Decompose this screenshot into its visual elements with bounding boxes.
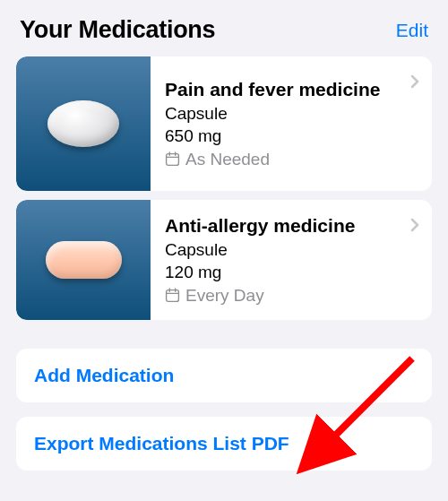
medication-form: Capsule: [165, 103, 423, 125]
medication-dose: 120 mg: [165, 262, 423, 284]
medication-info: Pain and fever medicine Capsule 650 mg A…: [151, 56, 432, 191]
header: Your Medications Edit: [0, 0, 448, 56]
page-title: Your Medications: [20, 16, 215, 44]
medication-dose: 650 mg: [165, 125, 423, 148]
medication-schedule-row: As Needed: [165, 150, 423, 169]
calendar-icon: [165, 151, 180, 167]
pill-image-box: [16, 56, 151, 191]
medications-list: Pain and fever medicine Capsule 650 mg A…: [0, 56, 448, 320]
medication-card[interactable]: Pain and fever medicine Capsule 650 mg A…: [16, 56, 432, 191]
medication-form: Capsule: [165, 239, 423, 262]
medication-name: Anti-allergy medicine: [165, 214, 423, 237]
medication-schedule: Every Day: [185, 286, 264, 306]
medication-name: Pain and fever medicine: [165, 78, 423, 100]
pill-image-box: [16, 200, 151, 320]
edit-button[interactable]: Edit: [396, 20, 428, 41]
medication-schedule-row: Every Day: [165, 286, 423, 306]
add-medication-button[interactable]: Add Medication: [16, 349, 432, 402]
chevron-right-icon: [410, 218, 419, 232]
svg-rect-4: [167, 290, 179, 302]
medication-info: Anti-allergy medicine Capsule 120 mg Eve…: [151, 200, 432, 320]
calendar-icon: [165, 288, 180, 303]
pill-capsule-icon: [46, 241, 122, 279]
medication-schedule: As Needed: [185, 150, 270, 169]
svg-rect-0: [167, 154, 179, 166]
export-pdf-button[interactable]: Export Medications List PDF: [16, 417, 432, 471]
chevron-right-icon: [410, 74, 419, 89]
pill-oval-icon: [47, 100, 119, 147]
medication-card[interactable]: Anti-allergy medicine Capsule 120 mg Eve…: [16, 200, 432, 320]
